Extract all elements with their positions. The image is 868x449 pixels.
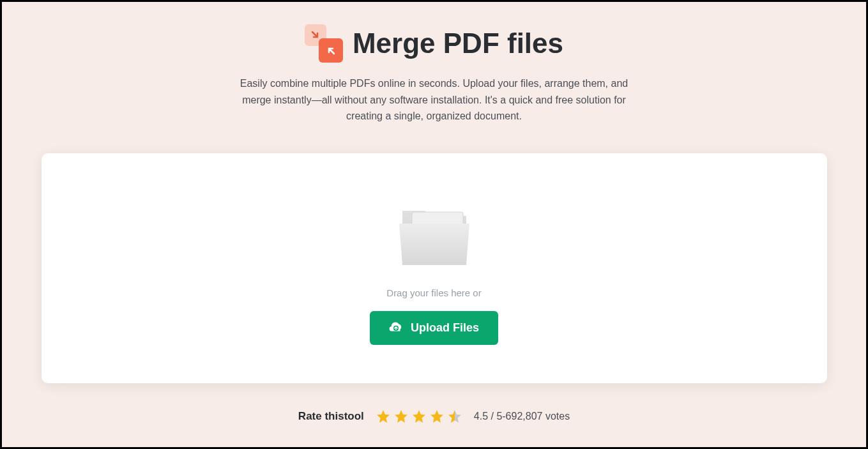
upload-dropzone[interactable]: Drag your files here or Upload Files [42, 153, 827, 383]
arrow-down-right-icon [311, 31, 320, 40]
folder-icon [393, 198, 476, 268]
star-icon[interactable] [393, 409, 409, 424]
rating-score-text: 4.5 / 5-692,807 votes [474, 411, 570, 422]
upload-files-button[interactable]: Upload Files [370, 311, 498, 345]
star-half-icon[interactable] [447, 409, 462, 424]
merge-icon [305, 24, 343, 63]
star-icon[interactable] [411, 409, 427, 424]
star-icon[interactable] [429, 409, 445, 424]
drag-hint-text: Drag your files here or [386, 287, 481, 298]
arrow-up-left-icon [326, 46, 335, 55]
cloud-upload-icon [389, 322, 403, 333]
upload-button-label: Upload Files [411, 321, 479, 335]
page-subtitle: Easily combine multiple PDFs online in s… [230, 75, 639, 125]
star-rating[interactable] [376, 409, 462, 424]
rate-label: Rate thistool [298, 410, 364, 423]
page-header: Merge PDF files [305, 24, 563, 63]
rating-section: Rate thistool 4.5 / 5-692,807 votes [298, 409, 570, 424]
star-icon[interactable] [376, 409, 391, 424]
page-title: Merge PDF files [353, 27, 563, 59]
